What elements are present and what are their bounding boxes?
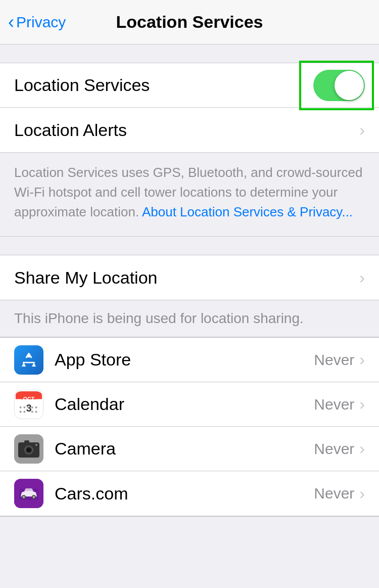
svg-point-8 — [31, 406, 33, 408]
bottom-divider — [0, 516, 379, 517]
location-info-text: Location Services uses GPS, Bluetooth, a… — [14, 165, 362, 219]
info-link[interactable]: About Location Services & Privacy... — [142, 204, 353, 219]
location-services-toggle[interactable] — [313, 70, 365, 101]
location-alerts-chevron-icon: › — [359, 121, 365, 140]
svg-point-18 — [27, 448, 30, 451]
calendar-label: Calendar — [55, 394, 314, 414]
appstore-svg — [19, 350, 38, 370]
apps-section: App Store Never › OCT 3 — [0, 337, 379, 516]
appstore-chevron-icon: › — [359, 350, 365, 369]
back-label: Privacy — [16, 14, 66, 31]
toggle-knob — [335, 71, 364, 100]
cars-value: Never — [314, 485, 354, 502]
svg-point-5 — [20, 406, 22, 408]
calendar-svg: OCT 3 — [15, 390, 43, 419]
cars-right: Never › — [314, 484, 365, 503]
svg-point-26 — [33, 496, 35, 498]
appstore-right: Never › — [314, 350, 365, 369]
cars-icon — [14, 479, 43, 508]
svg-point-13 — [35, 411, 37, 413]
svg-point-12 — [31, 411, 33, 413]
calendar-chevron-icon: › — [359, 395, 365, 414]
cars-svg — [14, 479, 43, 508]
navigation-bar: ‹ Privacy Location Services — [0, 0, 379, 44]
toggle-wrapper — [313, 70, 365, 101]
location-alerts-label: Location Alerts — [14, 120, 359, 140]
share-my-location-label: Share My Location — [14, 268, 359, 288]
section-spacer-2 — [0, 237, 379, 255]
appstore-value: Never — [314, 351, 354, 369]
share-location-chevron-icon: › — [359, 268, 365, 287]
share-info-text: This iPhone is being used for location s… — [14, 310, 304, 326]
toggle-container — [313, 70, 365, 101]
location-services-section: Location Services Location Alerts › — [0, 63, 379, 153]
calendar-right: Never › — [314, 395, 365, 414]
back-chevron-icon: ‹ — [8, 13, 14, 31]
location-alerts-row[interactable]: Location Alerts › — [0, 108, 379, 152]
share-location-section: Share My Location › — [0, 255, 379, 300]
camera-app-icon — [14, 434, 43, 464]
svg-text:3: 3 — [26, 403, 32, 414]
camera-value: Never — [314, 440, 354, 458]
camera-label: Camera — [55, 439, 314, 459]
svg-point-11 — [23, 411, 25, 413]
svg-rect-19 — [24, 440, 29, 443]
calendar-icon: OCT 3 — [14, 390, 43, 419]
back-button[interactable]: ‹ Privacy — [8, 13, 66, 31]
cars-chevron-icon: › — [359, 484, 365, 503]
calendar-value: Never — [314, 396, 354, 413]
page-title: Location Services — [116, 12, 263, 32]
cars-label: Cars.com — [55, 484, 314, 504]
location-services-row[interactable]: Location Services — [0, 63, 379, 108]
location-info-section: Location Services uses GPS, Bluetooth, a… — [0, 153, 379, 237]
svg-text:OCT: OCT — [23, 396, 35, 402]
app-row-cars[interactable]: Cars.com Never › — [0, 471, 379, 516]
share-info-section: This iPhone is being used for location s… — [0, 300, 379, 337]
appstore-label: App Store — [55, 350, 314, 370]
camera-right: Never › — [314, 439, 365, 458]
app-row-camera[interactable]: Camera Never › — [0, 427, 379, 471]
svg-point-24 — [23, 496, 25, 498]
svg-point-9 — [35, 406, 37, 408]
svg-point-20 — [35, 444, 37, 446]
camera-chevron-icon: › — [359, 439, 365, 458]
camera-svg — [14, 434, 43, 464]
location-services-label: Location Services — [14, 75, 313, 95]
app-row-appstore[interactable]: App Store Never › — [0, 338, 379, 382]
svg-point-10 — [20, 411, 22, 413]
section-spacer-1 — [0, 44, 379, 63]
share-location-right: › — [359, 268, 365, 287]
share-my-location-row[interactable]: Share My Location › — [0, 255, 379, 300]
svg-point-6 — [23, 406, 25, 408]
location-alerts-right: › — [359, 121, 365, 140]
app-row-calendar[interactable]: OCT 3 Calendar Never › — [0, 382, 379, 427]
appstore-icon — [14, 345, 43, 375]
svg-point-7 — [27, 406, 29, 408]
